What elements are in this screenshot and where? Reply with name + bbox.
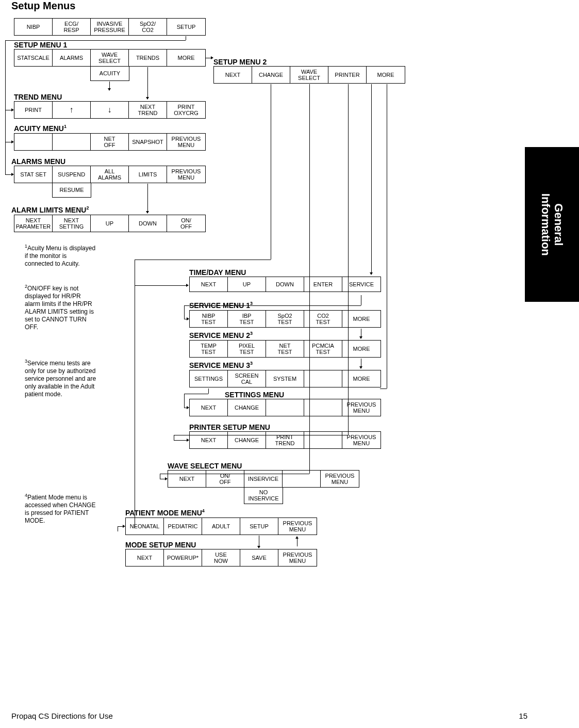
settings-item[interactable]: CHANGE <box>228 399 266 416</box>
top-menu-item[interactable]: NIBP <box>14 19 53 35</box>
setup-menu-2: NEXT CHANGE WAVESELECT PRINTER MORE <box>213 66 405 84</box>
arrow-up-icon[interactable]: ↑ <box>53 102 91 118</box>
setup2-item[interactable]: WAVESELECT <box>290 67 328 83</box>
setup2-item[interactable]: MORE <box>367 67 405 83</box>
alarms-item[interactable]: ALLALARMS <box>91 166 129 183</box>
setup1-item[interactable]: STATSCALE <box>14 50 53 66</box>
alarms-item[interactable]: STAT SET <box>14 166 53 183</box>
settings-item <box>266 399 304 416</box>
service2-item[interactable]: PIXELTEST <box>228 341 266 357</box>
service-menu-1: NIBPTEST IBPTEST SpO2TEST CO2TEST MORE <box>189 310 381 328</box>
acuity-item[interactable]: PREVIOUSMENU <box>167 134 205 150</box>
wave-select-item[interactable]: NEXT <box>168 471 206 487</box>
setup2-item[interactable]: NEXT <box>214 67 252 83</box>
connector-arrow <box>297 539 297 546</box>
printer-setup-header: PRINTER SETUP MENU <box>189 423 270 431</box>
mode-setup-item[interactable]: USENOW <box>202 549 240 566</box>
service3-item[interactable]: SYSTEM <box>266 370 304 387</box>
printer-item[interactable]: PRINTTREND <box>266 432 304 448</box>
mode-setup-item[interactable]: NEXT <box>126 549 164 566</box>
arrow-down-icon[interactable]: ↓ <box>91 102 129 118</box>
patient-mode-item[interactable]: PREVIOUSMENU <box>278 518 317 535</box>
mode-setup-item[interactable]: POWERUP* <box>164 549 202 566</box>
service1-item[interactable]: SpO2TEST <box>266 311 304 327</box>
patient-mode-item[interactable]: NEONATAL <box>126 518 164 535</box>
setup2-item[interactable]: PRINTER <box>328 67 367 83</box>
no-inservice-button[interactable]: NOINSERVICE <box>244 487 283 504</box>
trend-item[interactable]: NEXTTREND <box>129 102 167 118</box>
connector-line <box>309 84 310 474</box>
top-menu-item[interactable]: SETUP <box>167 19 205 35</box>
connector-arrow <box>135 285 186 286</box>
alarms-menu-header: ALARMS MENU <box>11 157 65 166</box>
trend-menu: PRINT ↑ ↓ NEXTTREND PRINTOXYCRG <box>14 101 206 119</box>
connector-line <box>5 40 186 41</box>
connector-arrow <box>118 526 123 527</box>
service3-item <box>304 370 342 387</box>
time-day-item[interactable]: ENTER <box>304 277 342 292</box>
service1-item[interactable]: CO2TEST <box>304 311 342 327</box>
note-3: 3Service menu tests are only for use by … <box>25 359 97 398</box>
resume-button[interactable]: RESUME <box>53 183 91 197</box>
patient-mode-item[interactable]: SETUP <box>240 518 278 535</box>
mode-setup-menu: NEXT POWERUP* USENOW SAVE PREVIOUSMENU <box>125 549 317 567</box>
patient-mode-header: PATIENT MODE MENU4 <box>125 508 205 517</box>
acuity-item[interactable]: NETOFF <box>91 134 129 150</box>
printer-item <box>304 432 342 448</box>
alarm-limits-item[interactable]: UP <box>91 215 129 232</box>
wave-select-item[interactable]: INSERVICE <box>244 471 283 487</box>
note-4: 4Patient Mode menu is accessed when CHAN… <box>25 493 97 525</box>
connector-arrow <box>259 536 259 546</box>
printer-setup-menu: NEXT CHANGE PRINTTREND PREVIOUSMENU <box>189 431 381 449</box>
note-2: 2ON/OFF key is not displayed for HR/PR a… <box>25 284 97 331</box>
acuity-item <box>53 134 91 150</box>
service2-item[interactable]: TEMPTEST <box>190 341 228 357</box>
mode-setup-header: MODE SETUP MENU <box>125 541 196 549</box>
time-day-item[interactable]: UP <box>228 277 266 292</box>
service1-item[interactable]: NIBPTEST <box>190 311 228 327</box>
acuity-menu-header: ACUITY MENU1 <box>14 124 67 133</box>
service-menu-3-header: SERVICE MENU 33 <box>189 361 253 369</box>
acuity-item[interactable]: SNAPSHOT <box>129 134 167 150</box>
service3-item[interactable]: SCREENCAL <box>228 370 266 387</box>
alarm-limits-item[interactable]: DOWN <box>129 215 167 232</box>
alarm-limits-item[interactable]: NEXTSETTING <box>53 215 91 232</box>
printer-item[interactable]: CHANGE <box>228 432 266 448</box>
top-menu-item[interactable]: ECG/RESP <box>53 19 91 35</box>
connector-arrow <box>371 84 372 272</box>
trend-item[interactable]: PRINT <box>14 102 53 118</box>
alarms-item[interactable]: LIMITS <box>129 166 167 183</box>
alarm-limits-item[interactable]: NEXTPARAMETER <box>14 215 53 232</box>
service3-item[interactable]: SETTINGS <box>190 370 228 387</box>
connector-arrow <box>160 479 165 479</box>
connector-line <box>380 389 387 389</box>
settings-item[interactable]: NEXT <box>190 399 228 416</box>
service2-item[interactable]: NETTEST <box>266 341 304 357</box>
alarms-item[interactable]: PREVIOUSMENU <box>167 166 205 183</box>
setup1-item[interactable]: MORE <box>167 50 205 66</box>
setup1-item[interactable]: TRENDS <box>129 50 167 66</box>
top-menu-item[interactable]: INVASIVEPRESSURE <box>91 19 129 35</box>
acuity-button[interactable]: ACUITY <box>91 66 129 80</box>
time-day-item[interactable]: DOWN <box>266 277 304 292</box>
connector-line <box>135 260 271 260</box>
patient-mode-item[interactable]: ADULT <box>202 518 240 535</box>
trend-item[interactable]: PRINTOXYCRG <box>167 102 205 118</box>
alarms-menu: STAT SET SUSPEND ALLALARMS LIMITS PREVIO… <box>14 166 206 183</box>
service2-item[interactable]: PCMCIATEST <box>304 341 342 357</box>
time-day-item[interactable]: NEXT <box>190 277 228 292</box>
top-menu-item[interactable]: SpO2/CO2 <box>129 19 167 35</box>
printer-item[interactable]: NEXT <box>190 432 228 448</box>
setup2-item[interactable]: CHANGE <box>252 67 290 83</box>
mode-setup-item[interactable]: SAVE <box>240 549 278 566</box>
alarm-limits-item[interactable]: ON/OFF <box>167 215 205 232</box>
wave-select-item[interactable]: PREVIOUSMENU <box>321 471 359 487</box>
service1-item[interactable]: IBPTEST <box>228 311 266 327</box>
time-day-header: TIME/DAY MENU <box>189 268 246 277</box>
setup1-item[interactable]: WAVESELECT <box>91 50 129 66</box>
wave-select-item[interactable]: ON/OFF <box>206 471 244 487</box>
alarms-item[interactable]: SUSPEND <box>53 166 91 183</box>
setup1-item[interactable]: ALARMS <box>53 50 91 66</box>
mode-setup-item[interactable]: PREVIOUSMENU <box>278 549 317 566</box>
patient-mode-item[interactable]: PEDIATRIC <box>164 518 202 535</box>
